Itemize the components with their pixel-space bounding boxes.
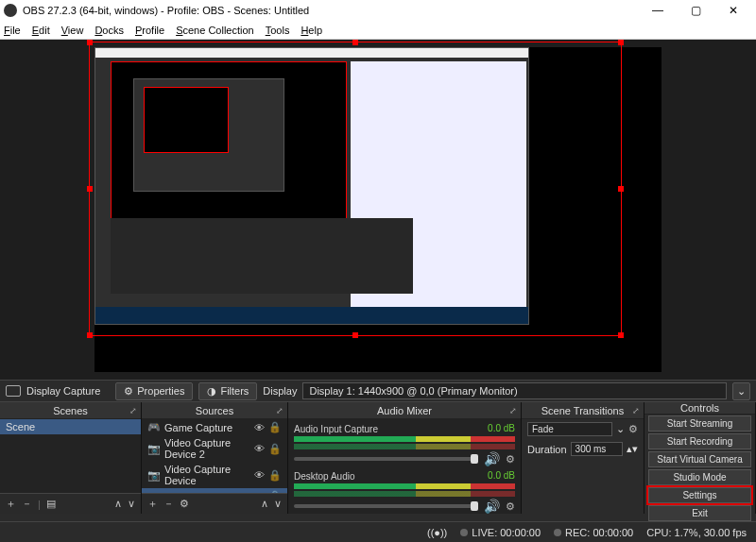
sources-list[interactable]: 🎮Game Capture👁🔒 📷Video Capture Device 2👁… [142,419,287,493]
gear-icon: ⚙ [124,385,133,398]
preview-area[interactable] [0,40,756,380]
exit-button[interactable]: Exit [648,505,751,521]
rec-indicator-icon [554,529,561,536]
transitions-panel: Scene Transitions⤢ Fade ⌄ ⚙ Duration 300… [522,402,644,514]
minimize-button[interactable]: — [639,0,677,21]
lock-toggle[interactable]: 🔒 [268,421,282,433]
mute-button[interactable]: 🔊 [484,499,500,514]
mixer-channel-desktop: Desktop Audio0.0 dB 🔊⚙ [288,468,521,514]
menu-file[interactable]: File [4,25,21,36]
channel-db: 0.0 dB [488,423,515,433]
channel-name: Audio Input Capture [294,424,378,434]
mixer-title: Audio Mixer [377,405,432,416]
menu-tools[interactable]: Tools [266,25,290,36]
camera-icon: 📷 [147,469,161,482]
channel-db: 0.0 dB [488,470,515,481]
visibility-toggle[interactable]: 👁 [254,491,265,494]
cpu-status: CPU: 1.7%, 30.00 fps [646,527,747,538]
scenes-panel: Scenes⤢ Scene ＋ － | ▤ ∧ ∨ [0,402,142,514]
monitor-icon [6,385,21,397]
duration-stepper[interactable]: ▴▾ [627,443,638,455]
scenes-title: Scenes [53,405,88,416]
channel-settings-button[interactable]: ⚙ [506,500,515,513]
popout-icon[interactable]: ⤢ [632,406,640,415]
menu-view[interactable]: View [61,25,84,36]
source-down-button[interactable]: ∨ [274,498,282,510]
live-indicator-icon [460,529,468,536]
menu-scene-collection[interactable]: Scene Collection [176,25,254,36]
transition-select[interactable]: Fade [527,422,612,436]
source-item-video2[interactable]: 📷Video Capture Device 2👁🔒 [142,435,287,462]
add-scene-button[interactable]: ＋ [6,497,16,511]
start-streaming-button[interactable]: Start Streaming [648,415,751,432]
transition-dropdown-icon[interactable]: ⌄ [616,423,625,435]
source-properties-button[interactable]: ⚙ [180,498,189,510]
mute-button[interactable]: 🔊 [484,451,500,466]
add-source-button[interactable]: ＋ [147,497,158,511]
properties-button[interactable]: ⚙Properties [115,382,193,400]
visibility-toggle[interactable]: 👁 [254,422,265,433]
vu-meter [294,491,515,497]
scene-down-button[interactable]: ∨ [128,498,135,510]
display-select[interactable]: Display 1: 1440x900 @ 0,0 (Primary Monit… [302,382,727,399]
source-item-game[interactable]: 🎮Game Capture👁🔒 [142,419,287,435]
camera-icon: 📷 [147,443,161,455]
visibility-toggle[interactable]: 👁 [254,443,265,454]
controls-title: Controls [680,402,719,414]
filter-icon: ◑ [207,385,216,398]
preview-canvas[interactable] [94,47,662,372]
broadcast-icon: ((●)) [427,527,447,538]
menu-docks[interactable]: Docks [94,25,124,36]
display-dropdown-button[interactable]: ⌄ [732,382,750,400]
vu-meter [294,444,515,449]
mixer-list: Audio Input Capture0.0 dB 🔊⚙ Desktop Aud… [288,419,521,514]
remove-scene-button[interactable]: － [22,497,32,511]
duration-field[interactable]: 300 ms [571,442,623,456]
source-item-video[interactable]: 📷Video Capture Device👁🔒 [142,462,287,488]
scene-filter-button[interactable]: ▤ [46,498,56,510]
mixer-channel-audio-input: Audio Input Capture0.0 dB 🔊⚙ [288,421,521,468]
lock-toggle[interactable]: 🔒 [268,443,282,455]
live-status: LIVE: 00:00:00 [472,527,541,538]
sources-title: Sources [196,405,233,416]
volume-slider[interactable] [294,457,478,461]
lock-toggle[interactable]: 🔒 [268,490,282,493]
studio-mode-button[interactable]: Studio Mode [648,469,751,485]
popout-icon[interactable]: ⤢ [509,406,517,415]
settings-button[interactable]: Settings [648,487,751,503]
scenes-list[interactable]: Scene [0,419,141,493]
channel-settings-button[interactable]: ⚙ [506,453,515,466]
transitions-title: Scene Transitions [541,405,624,416]
vu-meter [294,436,515,442]
menu-help[interactable]: Help [301,25,322,36]
maximize-button[interactable]: ▢ [677,0,714,21]
volume-slider[interactable] [294,504,478,508]
app-icon [4,4,17,17]
menu-profile[interactable]: Profile [135,25,164,36]
scene-item[interactable]: Scene [0,419,141,434]
lock-toggle[interactable]: 🔒 [268,469,282,482]
title-bar: OBS 27.2.3 (64-bit, windows) - Profile: … [0,0,756,21]
scene-up-button[interactable]: ∧ [114,498,122,510]
window-title: OBS 27.2.3 (64-bit, windows) - Profile: … [23,5,639,16]
close-button[interactable]: ✕ [714,0,752,21]
transition-settings-button[interactable]: ⚙ [628,423,638,435]
vu-meter [294,483,515,489]
display-label: Display [263,385,297,397]
popout-icon[interactable]: ⤢ [129,406,137,415]
start-virtual-camera-button[interactable]: Start Virtual Camera [648,451,751,467]
duration-label: Duration [527,444,567,455]
rec-status: REC: 00:00:00 [565,527,633,538]
popout-icon[interactable]: ⤢ [276,406,284,415]
controls-panel: Controls Start Streaming Start Recording… [644,402,756,514]
channel-name: Desktop Audio [294,471,355,482]
docks: Scenes⤢ Scene ＋ － | ▤ ∧ ∨ Sources⤢ 🎮Game… [0,402,756,514]
start-recording-button[interactable]: Start Recording [648,433,751,449]
source-up-button[interactable]: ∧ [261,498,268,510]
visibility-toggle[interactable]: 👁 [254,469,265,481]
remove-source-button[interactable]: － [163,497,174,511]
menu-bar: File Edit View Docks Profile Scene Colle… [0,21,756,40]
menu-edit[interactable]: Edit [32,25,50,36]
status-bar: ((●)) LIVE: 00:00:00 REC: 00:00:00 CPU: … [0,521,756,542]
filters-button[interactable]: ◑Filters [198,382,257,400]
